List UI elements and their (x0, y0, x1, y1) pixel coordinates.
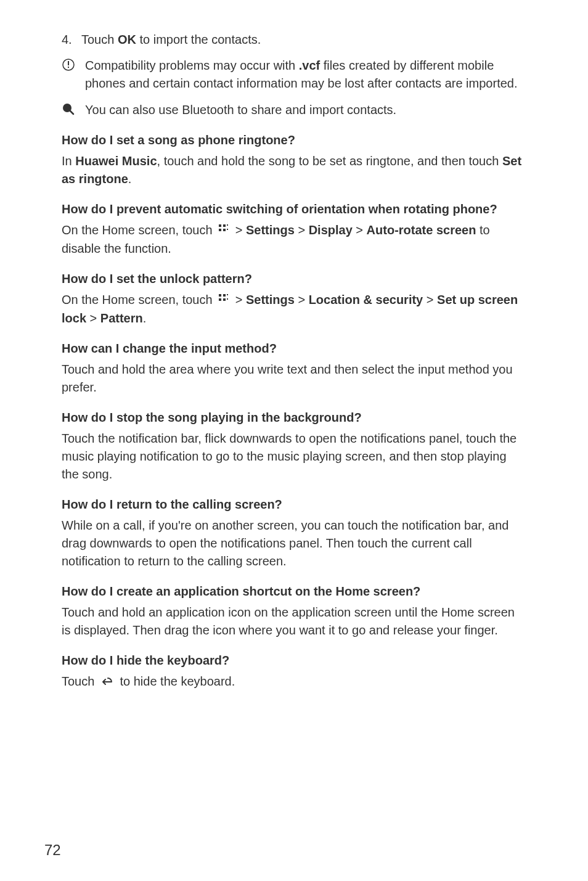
svg-rect-15 (227, 298, 228, 300)
warning-callout: Compatibility problems may occur with .v… (62, 57, 526, 92)
tip-icon (62, 102, 79, 116)
svg-rect-8 (227, 224, 228, 226)
step-number: 4. (62, 31, 79, 48)
svg-rect-4 (219, 224, 221, 227)
svg-rect-1 (68, 61, 69, 65)
svg-rect-5 (223, 224, 226, 227)
heading-orientation: How do I prevent automatic switching of … (62, 200, 526, 218)
svg-rect-12 (219, 298, 221, 301)
heading-hide-keyboard: How do I hide the keyboard? (62, 652, 526, 669)
svg-rect-9 (227, 229, 228, 230)
body-ringtone: In Huawei Music, touch and hold the song… (62, 152, 526, 188)
heading-unlock-pattern: How do I set the unlock pattern? (62, 270, 526, 287)
body-shortcut: Touch and hold an application icon on th… (62, 604, 526, 639)
heading-shortcut: How do I create an application shortcut … (62, 583, 526, 600)
warning-icon (62, 58, 79, 72)
step-text: Touch OK to import the contacts. (81, 31, 261, 48)
svg-rect-6 (219, 229, 221, 231)
body-orientation: On the Home screen, touch > Settings > D… (62, 221, 526, 258)
warning-text: Compatibility problems may occur with .v… (85, 57, 526, 92)
body-hide-keyboard: Touch to hide the keyboard. (62, 673, 526, 691)
document-page: 4. Touch OK to import the contacts. Comp… (0, 0, 588, 881)
svg-rect-7 (223, 229, 226, 231)
heading-ringtone: How do I set a song as phone ringtone? (62, 131, 526, 149)
svg-rect-13 (223, 298, 226, 301)
body-unlock-pattern: On the Home screen, touch > Settings > L… (62, 291, 526, 327)
body-input-method: Touch and hold the area where you write … (62, 361, 526, 396)
heading-calling-screen: How do I return to the calling screen? (62, 496, 526, 513)
svg-rect-10 (219, 294, 221, 297)
tip-callout: You can also use Bluetooth to share and … (62, 101, 526, 119)
page-number: 72 (44, 842, 61, 859)
body-calling-screen: While on a call, if you're on another sc… (62, 517, 526, 570)
tip-text: You can also use Bluetooth to share and … (85, 101, 396, 119)
step-4: 4. Touch OK to import the contacts. (62, 31, 526, 48)
body-stop-song: Touch the notification bar, flick downwa… (62, 430, 526, 483)
svg-rect-11 (223, 294, 226, 297)
svg-rect-2 (68, 67, 69, 68)
heading-stop-song: How do I stop the song playing in the ba… (62, 409, 526, 426)
apps-grid-icon (218, 292, 229, 309)
heading-input-method: How can I change the input method? (62, 340, 526, 357)
svg-rect-14 (227, 294, 228, 295)
back-icon (100, 674, 114, 692)
apps-grid-icon (218, 222, 229, 240)
